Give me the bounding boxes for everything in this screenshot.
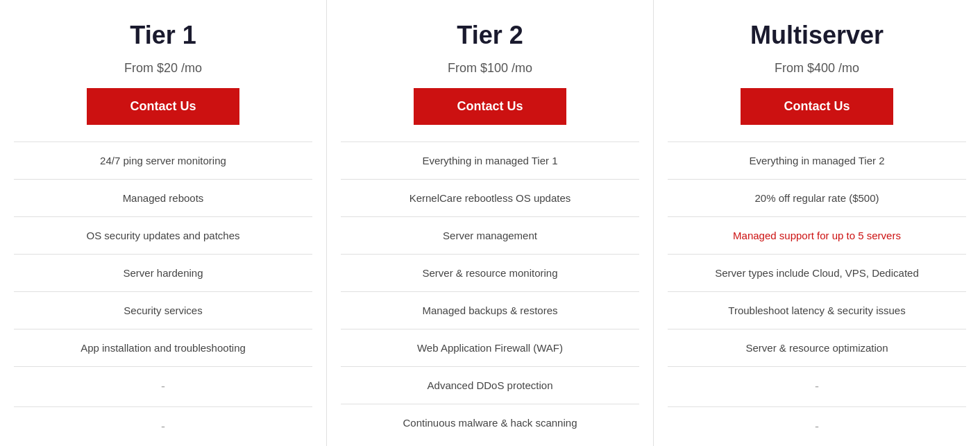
tier-price-tier1: From $20 /mo — [124, 61, 202, 76]
feature-item-multiserver-1: 20% off regular rate ($500) — [668, 179, 966, 216]
feature-item-tier1-2: OS security updates and patches — [14, 216, 312, 254]
features-list-tier2: Everything in managed Tier 1KernelCare r… — [341, 141, 639, 441]
pricing-column-tier1: Tier 1From $20 /moContact Us24/7 ping se… — [0, 0, 327, 446]
feature-item-tier1-0: 24/7 ping server monitoring — [14, 141, 312, 179]
pricing-column-tier2: Tier 2From $100 /moContact UsEverything … — [327, 0, 654, 446]
tier-price-multiserver: From $400 /mo — [775, 61, 859, 76]
feature-item-tier1-5: App installation and troubleshooting — [14, 329, 312, 366]
feature-item-tier1-4: Security services — [14, 291, 312, 329]
tier-price-tier2: From $100 /mo — [448, 61, 532, 76]
feature-item-tier2-3: Server & resource monitoring — [341, 254, 639, 291]
feature-item-multiserver-4: Troubleshoot latency & security issues — [668, 291, 966, 329]
feature-item-tier1-3: Server hardening — [14, 254, 312, 291]
features-list-tier1: 24/7 ping server monitoringManaged reboo… — [14, 141, 312, 446]
contact-button-tier1[interactable]: Contact Us — [87, 88, 239, 125]
feature-item-tier2-1: KernelCare rebootless OS updates — [341, 179, 639, 216]
feature-item-multiserver-5: Server & resource optimization — [668, 329, 966, 366]
feature-item-tier2-7: Continuous malware & hack scanning — [341, 404, 639, 441]
feature-item-tier2-6: Advanced DDoS protection — [341, 366, 639, 404]
feature-item-multiserver-7: - — [668, 406, 966, 446]
feature-item-tier2-0: Everything in managed Tier 1 — [341, 141, 639, 179]
feature-item-tier1-6: - — [14, 366, 312, 406]
features-list-multiserver: Everything in managed Tier 220% off regu… — [668, 141, 966, 446]
feature-item-multiserver-0: Everything in managed Tier 2 — [668, 141, 966, 179]
contact-button-tier2[interactable]: Contact Us — [414, 88, 566, 125]
feature-item-tier1-7: - — [14, 406, 312, 446]
feature-item-multiserver-2: Managed support for up to 5 servers — [668, 216, 966, 254]
feature-item-multiserver-6: - — [668, 366, 966, 406]
tier-title-tier1: Tier 1 — [130, 21, 196, 50]
feature-item-tier2-5: Web Application Firewall (WAF) — [341, 329, 639, 366]
pricing-table: Tier 1From $20 /moContact Us24/7 ping se… — [0, 0, 980, 446]
contact-button-multiserver[interactable]: Contact Us — [741, 88, 893, 125]
tier-title-tier2: Tier 2 — [457, 21, 523, 50]
tier-title-multiserver: Multiserver — [750, 21, 884, 50]
pricing-column-multiserver: MultiserverFrom $400 /moContact UsEveryt… — [654, 0, 980, 446]
feature-item-multiserver-3: Server types include Cloud, VPS, Dedicat… — [668, 254, 966, 291]
feature-item-tier1-1: Managed reboots — [14, 179, 312, 216]
feature-item-tier2-4: Managed backups & restores — [341, 291, 639, 329]
feature-item-tier2-2: Server management — [341, 216, 639, 254]
